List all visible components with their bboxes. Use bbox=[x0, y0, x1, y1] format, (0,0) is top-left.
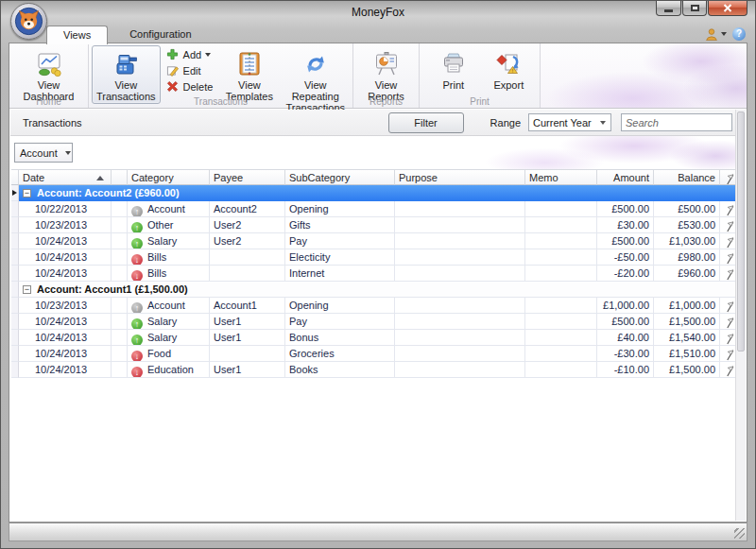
table-row[interactable]: 10/24/2013 Bills Electicity -£50.00 £980… bbox=[11, 249, 741, 266]
add-label: Add bbox=[183, 49, 202, 60]
cell-subcategory: Books bbox=[285, 362, 395, 378]
window-title: MoneyFox bbox=[1, 6, 755, 19]
column-header-purpose[interactable]: Purpose bbox=[395, 169, 525, 185]
row-indicator bbox=[11, 298, 19, 314]
cell-date: 10/24/2013 bbox=[19, 266, 112, 282]
column-header-memo[interactable]: Memo bbox=[525, 169, 597, 185]
header-indicator bbox=[11, 169, 19, 185]
vertical-scrollbar[interactable] bbox=[735, 110, 746, 521]
table-row[interactable]: 10/23/2013 Account Account1 Opening £1,0… bbox=[11, 298, 741, 314]
range-select[interactable]: Current Year bbox=[528, 113, 611, 131]
category-label: Salary bbox=[147, 332, 177, 343]
edit-button[interactable]: Edit bbox=[163, 62, 216, 78]
print-button[interactable]: Print bbox=[426, 45, 481, 93]
column-header-category[interactable]: Category bbox=[128, 169, 210, 185]
cell-balance: £530.00 bbox=[654, 217, 720, 233]
category-label: Bills bbox=[147, 251, 166, 263]
filter-button[interactable]: Filter bbox=[388, 112, 464, 133]
user-menu-button[interactable] bbox=[705, 28, 727, 41]
cell-category: Bills bbox=[128, 249, 210, 266]
column-header-subcategory[interactable]: SubCategory bbox=[285, 169, 395, 185]
cell-purpose bbox=[395, 217, 525, 233]
cell-amount: £500.00 bbox=[597, 233, 654, 249]
add-button[interactable]: Add bbox=[163, 46, 216, 62]
table-row[interactable]: 10/23/2013 Other User2 Gifts £30.00 £530… bbox=[11, 217, 741, 233]
table-row[interactable]: 10/24/2013 Salary User2 Pay £500.00 £1,0… bbox=[11, 233, 741, 249]
cell-subcategory: Pay bbox=[285, 314, 395, 330]
close-button[interactable] bbox=[708, 1, 747, 16]
group-by-account-button[interactable]: Account bbox=[14, 143, 73, 163]
table-row[interactable]: 10/24/2013 Education User1 Books -£10.00… bbox=[11, 362, 741, 378]
cash-register-icon bbox=[112, 49, 140, 79]
search-input[interactable] bbox=[621, 113, 732, 131]
resize-grip[interactable] bbox=[734, 528, 745, 539]
view-templates-button[interactable]: View Templates bbox=[217, 45, 281, 104]
application-menu-button[interactable] bbox=[10, 3, 47, 40]
cell-memo bbox=[525, 266, 597, 282]
column-header-payee[interactable]: Payee bbox=[210, 169, 285, 185]
export-button[interactable]: ! Export bbox=[481, 45, 537, 93]
grouping-strip: Account bbox=[10, 136, 746, 169]
repeat-arrows-icon bbox=[302, 49, 329, 79]
status-bar bbox=[9, 523, 747, 541]
chevron-down-icon bbox=[721, 32, 727, 36]
column-header-amount[interactable]: Amount bbox=[597, 169, 654, 185]
table-row[interactable]: 10/24/2013 Salary User1 Pay £500.00 £1,5… bbox=[11, 314, 741, 330]
delete-label: Delete bbox=[183, 81, 214, 93]
row-indicator bbox=[11, 185, 19, 201]
dashboard-icon bbox=[35, 49, 63, 79]
cell-category: Account bbox=[128, 298, 210, 314]
cell-amount: £500.00 bbox=[597, 201, 654, 217]
edit-label: Edit bbox=[183, 65, 201, 77]
tab-views[interactable]: Views bbox=[46, 26, 108, 44]
minimize-icon bbox=[664, 9, 673, 12]
delete-button[interactable]: Delete bbox=[163, 78, 216, 94]
table-row[interactable]: 10/24/2013 Bills Internet -£20.00 £960.0… bbox=[11, 266, 741, 282]
cell-purpose bbox=[395, 346, 525, 362]
cell-payee: Account1 bbox=[210, 298, 285, 314]
scrollbar-thumb[interactable] bbox=[737, 112, 745, 352]
cell-balance: £1,540.00 bbox=[654, 330, 720, 346]
column-header-date[interactable]: Date bbox=[19, 169, 112, 185]
cell-balance: £1,500.00 bbox=[654, 362, 720, 378]
cell-payee: User1 bbox=[210, 362, 285, 378]
cell-category: Food bbox=[128, 346, 210, 362]
print-label: Print bbox=[443, 79, 465, 91]
collapse-icon[interactable]: − bbox=[23, 189, 31, 197]
group-header-row[interactable]: −Account: Account1 (£1,500.00) bbox=[11, 282, 741, 298]
group-header-label: Account: Account2 (£960.00) bbox=[37, 185, 180, 200]
column-header-balance[interactable]: Balance bbox=[654, 169, 720, 185]
edit-actions-stack: Add Edit Delete bbox=[161, 45, 218, 95]
close-icon bbox=[723, 4, 732, 12]
cell-amount: -£20.00 bbox=[597, 266, 654, 282]
cell-category: Salary bbox=[128, 233, 210, 249]
cell-spacer bbox=[112, 201, 128, 217]
cell-purpose bbox=[395, 314, 525, 330]
collapse-icon[interactable]: − bbox=[23, 285, 31, 294]
cell-subcategory: Opening bbox=[285, 201, 395, 217]
cell-category: Other bbox=[128, 217, 210, 233]
cell-date: 10/24/2013 bbox=[19, 362, 112, 378]
cell-memo bbox=[525, 201, 597, 217]
cell-amount: £30.00 bbox=[597, 217, 654, 233]
help-button[interactable]: ? bbox=[732, 27, 746, 41]
cell-balance: £1,000.00 bbox=[654, 298, 720, 314]
minimize-button[interactable] bbox=[656, 1, 681, 16]
view-dashboard-button[interactable]: View Dashboard bbox=[12, 45, 85, 104]
tab-configuration[interactable]: Configuration bbox=[113, 26, 207, 43]
cell-spacer bbox=[112, 330, 128, 346]
sort-ascending-icon bbox=[96, 176, 104, 180]
view-reports-button[interactable]: View Reports bbox=[356, 45, 416, 104]
cell-category: Account bbox=[128, 201, 210, 217]
cell-spacer bbox=[112, 266, 128, 282]
table-row[interactable]: 10/22/2013 Account Account2 Opening £500… bbox=[11, 201, 741, 217]
panel-title: Transactions bbox=[23, 117, 82, 129]
cell-amount: £1,000.00 bbox=[597, 298, 654, 314]
table-row[interactable]: 10/24/2013 Food Groceries -£30.00 £1,510… bbox=[11, 346, 741, 362]
group-header-row[interactable]: −Account: Account2 (£960.00) bbox=[11, 185, 741, 201]
table-row[interactable]: 10/24/2013 Salary User1 Bonus £40.00 £1,… bbox=[11, 330, 741, 346]
cell-category: Salary bbox=[128, 314, 210, 330]
cell-memo bbox=[525, 298, 597, 314]
view-transactions-button[interactable]: View Transactions bbox=[92, 45, 161, 104]
maximize-button[interactable] bbox=[682, 1, 707, 16]
